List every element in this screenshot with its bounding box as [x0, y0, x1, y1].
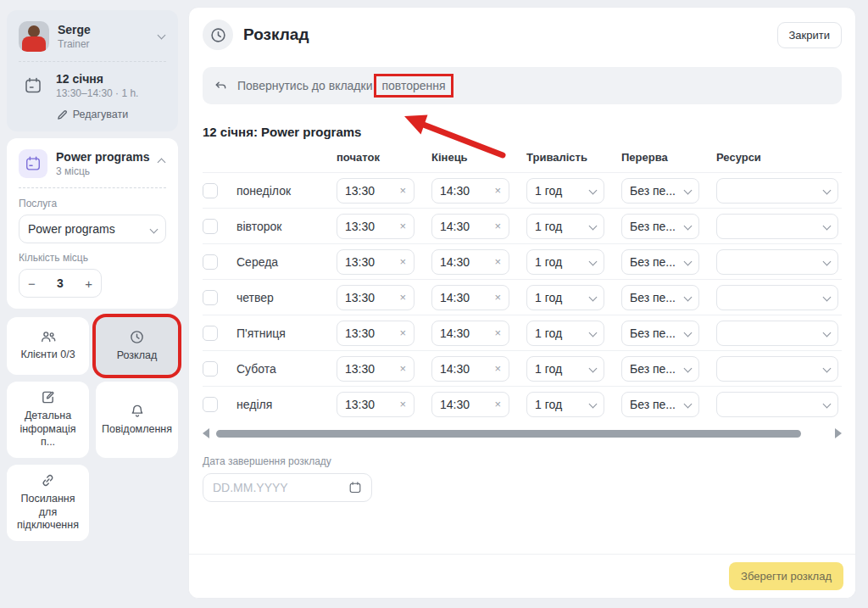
- duration-select[interactable]: 1 год: [526, 356, 604, 382]
- break-select[interactable]: Без пе...: [621, 178, 699, 204]
- end-time-input[interactable]: [440, 398, 479, 411]
- end-time-field[interactable]: ×: [431, 285, 509, 310]
- chevron-down-icon: [589, 329, 598, 337]
- day-checkbox[interactable]: [203, 361, 218, 377]
- clear-icon[interactable]: ×: [494, 256, 501, 267]
- day-checkbox[interactable]: [203, 397, 218, 412]
- duration-select[interactable]: 1 год: [526, 178, 604, 204]
- close-button[interactable]: Закрити: [777, 22, 842, 48]
- end-time-field[interactable]: ×: [431, 249, 509, 275]
- start-time-input[interactable]: [345, 255, 384, 269]
- return-notice[interactable]: Повернутись до вкладкиповторення: [203, 67, 842, 104]
- table-row: неділя × × 1 год Без пе...: [203, 386, 842, 421]
- save-schedule-button[interactable]: Зберегти розклад: [729, 562, 843, 590]
- stepper-minus-button[interactable]: −: [28, 276, 36, 291]
- duration-select[interactable]: 1 год: [526, 285, 604, 310]
- resources-select[interactable]: [716, 178, 838, 204]
- start-time-input[interactable]: [345, 220, 384, 233]
- chevron-up-icon[interactable]: [158, 159, 166, 167]
- break-select[interactable]: Без пе...: [621, 214, 699, 239]
- duration-select[interactable]: 1 год: [526, 249, 604, 275]
- start-time-input[interactable]: [345, 326, 384, 340]
- break-select[interactable]: Без пе...: [621, 249, 699, 275]
- schedule-panel: Розклад Закрити Повернутись до вкладкипо…: [188, 7, 856, 599]
- sidebar-item-schedule[interactable]: Розклад: [96, 317, 178, 375]
- resources-select[interactable]: [716, 321, 838, 346]
- end-time-field[interactable]: ×: [431, 356, 509, 382]
- chevron-down-icon: [823, 258, 832, 266]
- chevron-down-icon: [589, 222, 598, 231]
- chevron-down-icon: [684, 222, 693, 231]
- break-select[interactable]: Без пе...: [621, 321, 699, 346]
- clear-icon[interactable]: ×: [494, 185, 501, 196]
- start-time-field[interactable]: ×: [337, 392, 415, 417]
- clear-icon[interactable]: ×: [494, 363, 501, 374]
- clear-icon[interactable]: ×: [399, 256, 406, 267]
- resources-select[interactable]: [716, 285, 838, 310]
- scroll-right-icon[interactable]: [835, 428, 842, 438]
- start-time-field[interactable]: ×: [337, 356, 415, 382]
- clear-icon[interactable]: ×: [494, 292, 501, 303]
- sidebar-item-clients[interactable]: Клієнти 0/3: [7, 317, 89, 375]
- end-time-input[interactable]: [440, 184, 479, 198]
- duration-select[interactable]: 1 год: [526, 321, 604, 346]
- end-time-field[interactable]: ×: [431, 321, 509, 346]
- day-checkbox[interactable]: [203, 183, 218, 198]
- end-time-field[interactable]: ×: [431, 392, 509, 417]
- scrollbar-thumb[interactable]: [216, 430, 801, 438]
- end-time-input[interactable]: [440, 362, 479, 376]
- resources-select[interactable]: [716, 214, 838, 239]
- sidebar-item-details[interactable]: Детальна інформація п...: [7, 382, 89, 458]
- resources-select[interactable]: [716, 392, 838, 417]
- start-time-input[interactable]: [345, 291, 384, 304]
- clear-icon[interactable]: ×: [494, 220, 501, 231]
- clear-icon[interactable]: ×: [399, 363, 406, 374]
- stepper-plus-button[interactable]: +: [85, 276, 92, 291]
- duration-select[interactable]: 1 год: [526, 392, 604, 417]
- chevron-down-icon: [589, 258, 598, 266]
- start-time-field[interactable]: ×: [337, 285, 415, 310]
- clear-icon[interactable]: ×: [494, 399, 501, 410]
- clear-icon[interactable]: ×: [399, 327, 406, 338]
- end-date-field[interactable]: [203, 473, 372, 502]
- chevron-down-icon: [150, 225, 159, 233]
- start-time-input[interactable]: [345, 398, 384, 411]
- day-checkbox[interactable]: [203, 254, 218, 270]
- clear-icon[interactable]: ×: [494, 327, 501, 338]
- end-time-input[interactable]: [440, 255, 479, 269]
- break-select[interactable]: Без пе...: [621, 392, 699, 417]
- end-date-input[interactable]: [213, 481, 314, 494]
- start-time-field[interactable]: ×: [337, 249, 415, 275]
- trainer-name: Serge: [58, 23, 91, 36]
- chevron-down-icon[interactable]: [158, 31, 166, 40]
- duration-select[interactable]: 1 год: [526, 214, 604, 239]
- sidebar-item-notifications[interactable]: Повідомлення: [96, 382, 178, 458]
- chevron-down-icon: [684, 329, 693, 337]
- break-select[interactable]: Без пе...: [621, 356, 699, 382]
- start-time-field[interactable]: ×: [337, 214, 415, 239]
- start-time-input[interactable]: [345, 362, 384, 376]
- resources-select[interactable]: [716, 249, 838, 275]
- clear-icon[interactable]: ×: [399, 292, 406, 303]
- start-time-input[interactable]: [345, 184, 384, 198]
- start-time-field[interactable]: ×: [337, 178, 415, 204]
- clear-icon[interactable]: ×: [399, 185, 406, 196]
- edit-session-button[interactable]: Редагувати: [19, 109, 166, 120]
- end-time-field[interactable]: ×: [431, 214, 509, 239]
- day-checkbox[interactable]: [203, 290, 218, 305]
- clear-icon[interactable]: ×: [399, 220, 406, 231]
- service-select[interactable]: Power programs: [19, 215, 166, 243]
- end-time-input[interactable]: [440, 220, 479, 233]
- day-checkbox[interactable]: [203, 219, 218, 234]
- end-time-input[interactable]: [440, 291, 479, 304]
- end-time-field[interactable]: ×: [431, 178, 509, 204]
- clear-icon[interactable]: ×: [399, 399, 406, 410]
- resources-select[interactable]: [716, 356, 838, 382]
- break-select[interactable]: Без пе...: [621, 285, 699, 310]
- start-time-field[interactable]: ×: [337, 321, 415, 346]
- end-time-input[interactable]: [440, 326, 479, 340]
- day-checkbox[interactable]: [203, 326, 218, 341]
- sidebar-item-connection-link[interactable]: Посилання для підключення: [7, 465, 89, 541]
- scrollbar-track[interactable]: [216, 430, 828, 438]
- scroll-left-icon[interactable]: [203, 428, 209, 438]
